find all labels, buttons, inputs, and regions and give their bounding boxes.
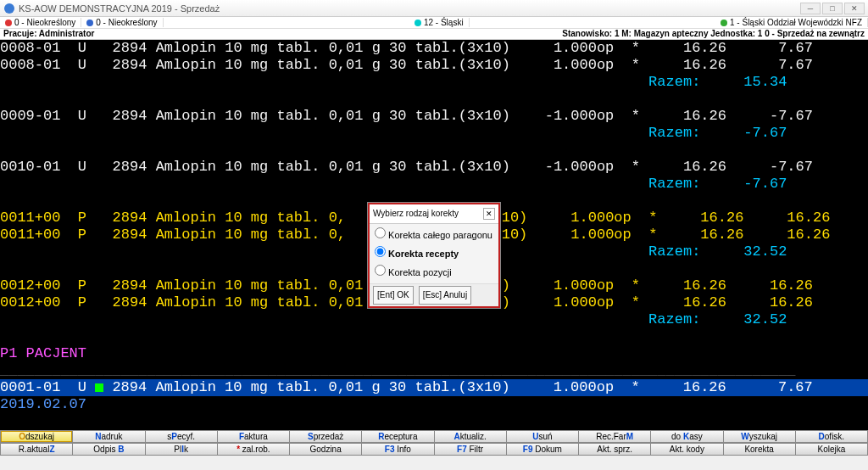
terminal-area: 0008-01 U 2894 Amlopin 10 mg tabl. 0,01 …: [0, 40, 868, 430]
option-position[interactable]: Korekta pozycji: [375, 263, 493, 282]
fkey-korekta[interactable]: Korekta: [723, 443, 795, 456]
dot-icon: [415, 20, 421, 26]
option-whole-receipt[interactable]: Korekta całego paragonu: [375, 226, 493, 244]
fkey-sprzedaz[interactable]: Sprzedaż: [289, 430, 361, 443]
fkey-zalrob[interactable]: zal.rob.: [217, 443, 289, 456]
maximize-button[interactable]: □: [822, 3, 843, 14]
fkey-row-1: Odszukaj Nadruk sPecyf. Faktura Sprzedaż…: [0, 430, 868, 443]
selected-row[interactable]: 0001-01 U 2894 Amlopin 10 mg tabl. 0,01 …: [0, 379, 868, 396]
data-row: 0008-01 U 2894 Amlopin 10 mg tabl. 0,01 …: [0, 40, 868, 57]
context-cell-2[interactable]: 0 - Nieokreślony: [81, 18, 163, 27]
close-button[interactable]: ✕: [844, 3, 865, 14]
context-cell-1[interactable]: 0 - Nieokreślony: [0, 18, 81, 27]
data-row: 0010-01 U 2894 Amlopin 10 mg tabl. 0,01 …: [0, 159, 868, 176]
fkey-f7filtr[interactable]: F7 Filtr: [434, 443, 506, 456]
dialog-cancel-button[interactable]: [Esc] Anuluj: [419, 286, 471, 305]
fkey-odpisb[interactable]: Odpis B: [72, 443, 144, 456]
divider: ________________________________________…: [0, 362, 868, 379]
fkey-usun[interactable]: Usuń: [506, 430, 578, 443]
status-right: Stanowisko: 1 M: Magazyn apteczny Jednos…: [559, 29, 868, 39]
fkey-receptura[interactable]: Receptura: [361, 430, 433, 443]
context-cell-3[interactable]: 12 - Śląski: [409, 18, 470, 27]
minimize-button[interactable]: ─: [800, 3, 821, 14]
fkey-recfarm[interactable]: Rec.FarM: [578, 430, 650, 443]
fkey-f3info[interactable]: F3 Info: [361, 443, 433, 456]
date-row: 2019.02.07: [0, 396, 868, 413]
subtotal-row: Razem: 32.52: [0, 311, 868, 328]
dialog-titlebar: Wybierz rodzaj korekty ✕: [370, 204, 498, 224]
status-line: Pracuje: Administrator Stanowisko: 1 M: …: [0, 29, 868, 40]
context-cell-4[interactable]: 1 - Śląski Oddział Wojewódzki NFZ: [715, 18, 868, 27]
fkey-f9dokum[interactable]: F9 Dokum: [506, 443, 578, 456]
fkey-nadruk[interactable]: Nadruk: [72, 430, 144, 443]
fkey-raktualz[interactable]: R.aktualZ: [0, 443, 72, 456]
subtotal-row: Razem: -7.67: [0, 125, 868, 142]
status-user: Pracuje: Administrator: [0, 29, 97, 39]
fkey-row-2: R.aktualZ Odpis B PlIk zal.rob. Godzina …: [0, 443, 868, 456]
correction-type-dialog: Wybierz rodzaj korekty ✕ Korekta całego …: [368, 203, 500, 308]
fkey-godzina[interactable]: Godzina: [289, 443, 361, 456]
app-icon: [3, 3, 15, 14]
dot-icon: [5, 20, 12, 26]
option-prescription[interactable]: Korekta recepty: [375, 244, 493, 263]
fkey-kolejka[interactable]: Kolejka: [795, 443, 868, 456]
subtotal-row: Razem: 15.34: [0, 74, 868, 91]
fkey-dokasy[interactable]: do Kasy: [650, 430, 722, 443]
subtotal-row: Razem: -7.67: [0, 176, 868, 193]
dialog-ok-button[interactable]: [Ent] OK: [373, 286, 414, 305]
svg-point-0: [4, 3, 14, 14]
fkey-wyszukaj[interactable]: Wyszukaj: [723, 430, 795, 443]
fkey-faktura[interactable]: Faktura: [217, 430, 289, 443]
dot-icon: [86, 20, 93, 26]
window-title: KS-AOW DEMONSTRACYJNA 2019 - Sprzedaż: [19, 3, 800, 14]
data-row: 0009-01 U 2894 Amlopin 10 mg tabl. 0,01 …: [0, 108, 868, 125]
dialog-close-button[interactable]: ✕: [483, 208, 495, 220]
fkey-plik[interactable]: PlIk: [145, 443, 217, 456]
fkey-aktsprz[interactable]: Akt. sprz.: [578, 443, 650, 456]
patient-row: P1 PACJENT: [0, 345, 868, 362]
dialog-title: Wybierz rodzaj korekty: [373, 205, 459, 222]
fkey-aktkody[interactable]: Akt. kody: [650, 443, 722, 456]
data-row: 0008-01 U 2894 Amlopin 10 mg tabl. 0,01 …: [0, 57, 868, 74]
marker-icon: [95, 383, 103, 392]
fkey-dofisk[interactable]: Dofisk.: [795, 430, 868, 443]
fkey-aktualiz[interactable]: Aktualiz.: [434, 430, 506, 443]
fkey-odszukaj[interactable]: Odszukaj: [0, 430, 72, 443]
fkey-specyf[interactable]: sPecyf.: [145, 430, 217, 443]
title-bar: KS-AOW DEMONSTRACYJNA 2019 - Sprzedaż ─ …: [0, 0, 868, 17]
dot-icon: [721, 20, 727, 26]
context-bar: 0 - Nieokreślony 0 - Nieokreślony 12 - Ś…: [0, 17, 868, 29]
